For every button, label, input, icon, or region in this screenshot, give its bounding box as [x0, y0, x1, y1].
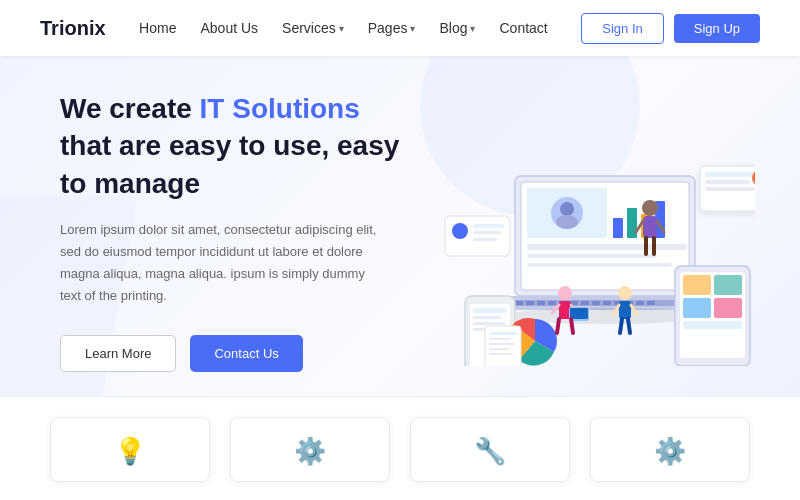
- hero-buttons: Learn More Contact Us: [60, 335, 410, 372]
- chevron-down-icon: ▾: [339, 23, 344, 34]
- hero-title: We create IT Solutions that are easy to …: [60, 90, 410, 203]
- hero-illustration-svg: ▶: [415, 96, 755, 366]
- svg-rect-34: [714, 298, 742, 318]
- nav-actions: Sign In Sign Up: [581, 13, 760, 44]
- svg-rect-32: [714, 275, 742, 295]
- signup-button[interactable]: Sign Up: [674, 14, 760, 43]
- svg-line-69: [571, 319, 573, 333]
- svg-point-62: [558, 286, 572, 300]
- svg-rect-22: [592, 301, 600, 305]
- svg-rect-16: [526, 301, 534, 305]
- svg-point-8: [556, 215, 578, 229]
- nav-item-home[interactable]: Home: [139, 20, 176, 36]
- svg-rect-17: [537, 301, 545, 305]
- svg-point-56: [642, 200, 658, 216]
- chevron-down-icon: ▾: [410, 23, 415, 34]
- svg-rect-27: [647, 301, 655, 305]
- svg-rect-52: [473, 224, 505, 228]
- svg-rect-21: [581, 301, 589, 305]
- nav-item-pages[interactable]: Pages ▾: [368, 20, 416, 36]
- card-1: 💡: [50, 417, 210, 482]
- svg-rect-71: [619, 301, 631, 319]
- wrench-icon: 🔧: [474, 436, 506, 467]
- nav-link-pages[interactable]: Pages ▾: [368, 20, 416, 36]
- svg-rect-77: [489, 332, 517, 335]
- svg-rect-57: [643, 216, 657, 238]
- hero-title-prefix: We create: [60, 93, 200, 124]
- signin-button[interactable]: Sign In: [581, 13, 663, 44]
- svg-rect-10: [627, 208, 637, 238]
- svg-rect-47: [705, 187, 755, 191]
- svg-point-51: [452, 223, 468, 239]
- svg-point-7: [560, 202, 574, 216]
- svg-rect-3: [527, 244, 687, 250]
- svg-rect-54: [473, 238, 497, 241]
- svg-rect-80: [489, 348, 509, 350]
- hero-title-highlight: IT Solutions: [200, 93, 360, 124]
- svg-rect-46: [705, 180, 750, 184]
- hero-section: We create IT Solutions that are easy to …: [0, 56, 800, 396]
- nav-item-about[interactable]: About Us: [200, 20, 258, 36]
- brand-logo: Trionix: [40, 17, 106, 40]
- svg-rect-4: [527, 254, 657, 258]
- svg-rect-15: [515, 301, 523, 305]
- svg-rect-31: [683, 275, 711, 295]
- svg-rect-53: [473, 231, 501, 234]
- nav-link-home[interactable]: Home: [139, 20, 176, 36]
- lightbulb-icon: 💡: [114, 436, 146, 467]
- hero-illustration: ▶: [410, 91, 760, 371]
- hero-description: Lorem ipsum dolor sit amet, consectetur …: [60, 219, 380, 307]
- svg-point-70: [618, 286, 632, 300]
- card-3: 🔧: [410, 417, 570, 482]
- learn-more-button[interactable]: Learn More: [60, 335, 176, 372]
- nav-link-contact[interactable]: Contact: [499, 20, 547, 36]
- svg-rect-35: [683, 321, 742, 329]
- card-4: ⚙️: [590, 417, 750, 482]
- settings-icon: ⚙️: [654, 436, 686, 467]
- svg-line-68: [557, 319, 559, 333]
- svg-rect-78: [489, 338, 511, 340]
- svg-rect-42: [473, 322, 505, 325]
- svg-rect-81: [489, 353, 513, 355]
- navbar: Trionix Home About Us Services ▾ Pages ▾…: [0, 0, 800, 56]
- nav-link-services[interactable]: Services ▾: [282, 20, 344, 36]
- hero-title-suffix: that are easy to use, easy to manage: [60, 130, 399, 199]
- svg-rect-33: [683, 298, 711, 318]
- hero-text: We create IT Solutions that are easy to …: [60, 90, 410, 373]
- nav-item-services[interactable]: Services ▾: [282, 20, 344, 36]
- svg-rect-67: [570, 308, 588, 319]
- svg-rect-45: [705, 172, 755, 177]
- contact-us-button[interactable]: Contact Us: [190, 335, 302, 372]
- gear-icon: ⚙️: [294, 436, 326, 467]
- bottom-cards-section: 💡 ⚙️ 🔧 ⚙️: [0, 396, 800, 500]
- nav-item-contact[interactable]: Contact: [499, 20, 547, 36]
- svg-rect-41: [473, 316, 501, 319]
- svg-rect-26: [636, 301, 644, 305]
- svg-rect-5: [527, 263, 672, 267]
- nav-links: Home About Us Services ▾ Pages ▾ Blog ▾ …: [139, 20, 548, 36]
- svg-rect-23: [603, 301, 611, 305]
- svg-rect-9: [613, 218, 623, 238]
- svg-rect-79: [489, 343, 515, 345]
- nav-link-blog[interactable]: Blog ▾: [439, 20, 475, 36]
- card-2: ⚙️: [230, 417, 390, 482]
- nav-link-about[interactable]: About Us: [200, 20, 258, 36]
- chevron-down-icon: ▾: [470, 23, 475, 34]
- svg-rect-18: [548, 301, 556, 305]
- svg-line-75: [628, 319, 630, 333]
- svg-line-74: [620, 319, 622, 333]
- svg-rect-40: [473, 308, 507, 313]
- nav-item-blog[interactable]: Blog ▾: [439, 20, 475, 36]
